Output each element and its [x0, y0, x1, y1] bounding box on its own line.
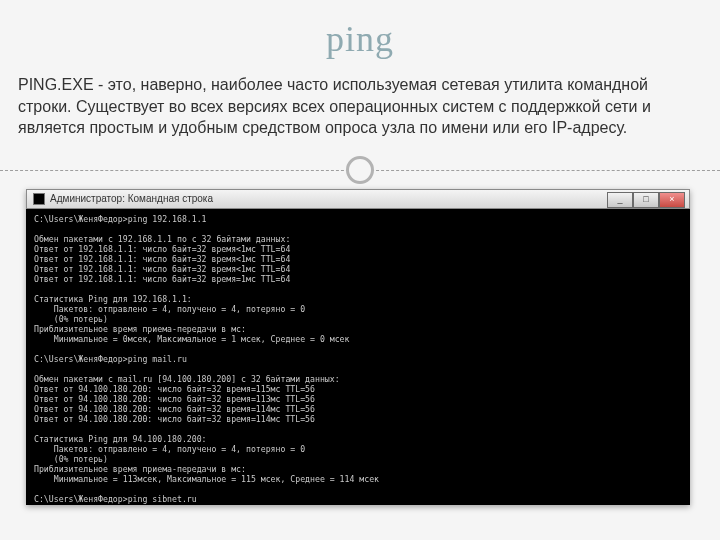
slide: ping PING.EXE - это, наверно, наиболее ч…: [0, 0, 720, 540]
maximize-button[interactable]: □: [633, 192, 659, 208]
divider: [0, 157, 720, 183]
divider-circle-icon: [346, 156, 374, 184]
cmd-app-icon: [33, 193, 45, 205]
slide-description: PING.EXE - это, наверно, наиболее часто …: [0, 60, 720, 157]
cmd-output: C:\Users\ЖеняФедор>ping 192.168.1.1 Обме…: [26, 209, 690, 505]
cmd-window: Администратор: Командная строка _ □ × C:…: [26, 189, 690, 505]
window-buttons: _ □ ×: [607, 192, 685, 208]
slide-title: ping: [0, 0, 720, 60]
cmd-titlebar-text: Администратор: Командная строка: [50, 193, 213, 204]
cmd-titlebar: Администратор: Командная строка _ □ ×: [26, 189, 690, 209]
close-button[interactable]: ×: [659, 192, 685, 208]
minimize-button[interactable]: _: [607, 192, 633, 208]
